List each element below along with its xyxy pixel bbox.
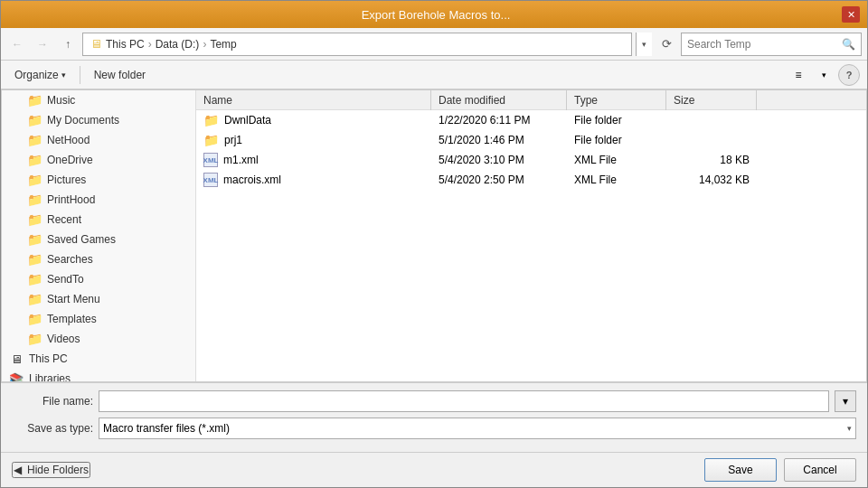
toolbar-separator xyxy=(80,66,80,84)
sidebar-item-label: Templates xyxy=(47,313,97,325)
file-date-cell: 5/4/2020 2:50 PM xyxy=(431,174,567,186)
sidebar-item-label: Libraries xyxy=(29,372,71,381)
dialog-title: Export Borehole Macros to... xyxy=(30,8,842,22)
file-icon: 📁 xyxy=(203,113,219,127)
sidebar-item[interactable]: 📁Pictures xyxy=(2,170,195,190)
table-row[interactable]: XML m1.xml 5/4/2020 3:10 PM XML File 18 … xyxy=(196,150,866,170)
hide-folders-button[interactable]: ◀ Hide Folders xyxy=(12,462,90,478)
col-header-name[interactable]: Name xyxy=(196,90,431,110)
filename-input[interactable] xyxy=(99,390,829,412)
save-button[interactable]: Save xyxy=(704,458,777,482)
file-icon: 📁 xyxy=(203,133,219,147)
export-dialog: Export Borehole Macros to... ✕ ← → ↑ 🖥 T… xyxy=(0,0,868,488)
up-button[interactable]: ↑ xyxy=(57,33,79,55)
sidebar-item-label: This PC xyxy=(29,352,68,365)
toolbar-right: ≡ ▾ ? xyxy=(788,64,860,86)
folder-icon: 📁 xyxy=(27,212,42,227)
folder-icon: 📁 xyxy=(27,312,42,326)
title-bar-controls: ✕ xyxy=(842,6,860,23)
file-type-cell: File folder xyxy=(567,114,666,127)
saveas-row: Save as type: Macro transfer files (*.xm… xyxy=(12,418,856,439)
table-row[interactable]: XML macrois.xml 5/4/2020 2:50 PM XML Fil… xyxy=(196,170,866,190)
file-size-cell: 18 KB xyxy=(666,154,757,166)
folder-icon: 📁 xyxy=(27,252,42,267)
filename-dropdown-button[interactable]: ▾ xyxy=(835,390,856,412)
sidebar-item-label: NetHood xyxy=(47,134,90,146)
sidebar-item[interactable]: 📁Recent xyxy=(2,210,195,230)
help-button[interactable]: ? xyxy=(838,64,860,86)
new-folder-button[interactable]: New folder xyxy=(88,66,152,84)
sidebar-item[interactable]: 📁Music xyxy=(2,90,195,110)
cancel-button[interactable]: Cancel xyxy=(784,458,856,482)
column-header: Name Date modified Type Size xyxy=(196,90,866,110)
back-button[interactable]: ← xyxy=(6,33,28,55)
hide-icon: ◀ xyxy=(14,464,22,476)
sidebar-item[interactable]: 📚Libraries xyxy=(2,369,195,381)
col-header-type[interactable]: Type xyxy=(567,90,666,110)
sidebar-item[interactable]: 📁Searches xyxy=(2,249,195,269)
refresh-button[interactable]: ⟳ xyxy=(656,33,677,56)
bottom-form: File name: ▾ Save as type: Macro transfe… xyxy=(1,382,867,452)
pc-icon: 🖥 xyxy=(9,352,24,366)
folder-icon: 📁 xyxy=(27,153,42,167)
file-size-cell: 14,032 KB xyxy=(666,174,757,186)
file-name-cell: XML m1.xml xyxy=(196,153,431,168)
hide-folders-label: Hide Folders xyxy=(27,464,89,476)
address-bar: ← → ↑ 🖥 This PC › Data (D:) › Temp ▾ ⟳ 🔍 xyxy=(1,28,867,61)
search-box: 🔍 xyxy=(681,33,862,56)
sidebar-item-label: Pictures xyxy=(47,174,86,186)
table-row[interactable]: 📁 prj1 5/1/2020 1:46 PM File folder xyxy=(196,130,866,150)
folder-icon: 📁 xyxy=(27,93,42,108)
saveas-select[interactable]: Macro transfer files (*.xml) ▾ xyxy=(99,418,856,439)
folder-icon: 📁 xyxy=(27,173,42,187)
file-date-cell: 5/1/2020 1:46 PM xyxy=(431,134,567,146)
folder-icon: 📁 xyxy=(27,133,42,147)
file-name-cell: 📁 DwnlData xyxy=(196,113,431,127)
sidebar-item[interactable]: 📁OneDrive xyxy=(2,150,195,170)
sidebar-item-label: OneDrive xyxy=(47,154,93,166)
filename-label: File name: xyxy=(12,395,93,408)
toolbar: Organize ▾ New folder ≡ ▾ ? xyxy=(1,61,867,89)
file-date-cell: 1/22/2020 6:11 PM xyxy=(431,114,567,127)
search-input[interactable] xyxy=(687,38,838,51)
folder-icon: 📁 xyxy=(27,272,42,286)
table-row[interactable]: 📁 DwnlData 1/22/2020 6:11 PM File folder xyxy=(196,110,866,130)
sidebar-item[interactable]: 📁Videos xyxy=(2,329,195,349)
view-toggle-button[interactable]: ≡ xyxy=(788,64,809,86)
file-type-cell: XML File xyxy=(567,154,666,166)
sidebar-item[interactable]: 📁NetHood xyxy=(2,130,195,150)
col-header-date[interactable]: Date modified xyxy=(431,90,567,110)
sidebar-item-label: Saved Games xyxy=(47,233,116,246)
filename-row: File name: ▾ xyxy=(12,390,856,412)
view-dropdown-button[interactable]: ▾ xyxy=(813,64,835,86)
path-temp[interactable]: Temp xyxy=(210,38,236,51)
sidebar-item[interactable]: 📁PrintHood xyxy=(2,190,195,210)
folder-icon: 📁 xyxy=(27,192,42,207)
sidebar-item[interactable]: 📁SendTo xyxy=(2,269,195,289)
libraries-icon: 📚 xyxy=(9,371,24,381)
forward-button[interactable]: → xyxy=(32,33,53,55)
sidebar-item[interactable]: 📁Start Menu xyxy=(2,289,195,309)
file-type-cell: File folder xyxy=(567,134,666,146)
file-icon: XML xyxy=(203,153,218,168)
sidebar-item-label: Searches xyxy=(47,253,93,266)
left-pane: 📁Music📁My Documents📁NetHood📁OneDrive📁Pic… xyxy=(2,90,196,381)
organize-button[interactable]: Organize ▾ xyxy=(8,66,72,84)
path-thispc[interactable]: This PC xyxy=(106,38,145,51)
sidebar-item-label: SendTo xyxy=(47,273,84,286)
folder-icon: 📁 xyxy=(27,332,42,346)
sidebar-item[interactable]: 🖥This PC xyxy=(2,349,195,369)
path-datad[interactable]: Data (D:) xyxy=(156,38,200,51)
search-icon: 🔍 xyxy=(842,38,855,51)
sidebar-item[interactable]: 📁My Documents xyxy=(2,110,195,130)
sidebar-item[interactable]: 📁Saved Games xyxy=(2,230,195,249)
address-dropdown-button[interactable]: ▾ xyxy=(636,33,652,56)
footer-actions: Save Cancel xyxy=(704,458,856,482)
sidebar-item[interactable]: 📁Templates xyxy=(2,309,195,329)
sidebar-item-label: PrintHood xyxy=(47,193,95,206)
file-name-cell: XML macrois.xml xyxy=(196,173,431,188)
close-button[interactable]: ✕ xyxy=(842,6,860,23)
col-header-size[interactable]: Size xyxy=(666,90,757,110)
sidebar-item-label: My Documents xyxy=(47,114,119,127)
sidebar-item-label: Recent xyxy=(47,213,81,226)
